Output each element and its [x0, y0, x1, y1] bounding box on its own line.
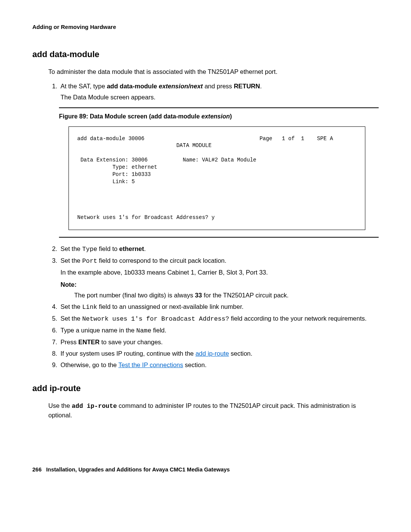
body-command: add ip-route [72, 403, 117, 410]
step-key: ENTER [78, 339, 100, 345]
figure-caption-post: ) [230, 113, 232, 120]
step-1-command: add data-module [107, 83, 159, 89]
step-text: to save your changes. [100, 339, 163, 345]
step-text: field to correspond to the circuit pack … [97, 257, 226, 264]
step-text: Set the [61, 257, 82, 264]
step-text: Type a unique name in the [61, 327, 136, 334]
link-add-ip-route[interactable]: add ip-route [196, 350, 229, 357]
step-1-mid: and press [203, 83, 234, 89]
step-1: At the SAT, type add data-module extensi… [59, 82, 379, 102]
figure-caption-pre: Figure 89: Data Module screen (add data-… [59, 113, 201, 120]
note-label: Note: [61, 280, 379, 289]
step-6: Type a unique name in the Name field. [59, 326, 379, 335]
figure-rule-bottom [59, 237, 379, 238]
body-text: Use the [48, 402, 72, 409]
step-value: ethernet [119, 245, 144, 252]
step-text: If your system uses IP routing, continue… [61, 350, 196, 357]
step-3: Set the Port field to correspond to the … [59, 256, 379, 300]
footer-title: Installation, Upgrades and Additions for… [46, 466, 230, 473]
step-text: section. [183, 361, 206, 368]
note-bold: 33 [195, 292, 202, 299]
step-1-text: At the SAT, type [61, 83, 107, 89]
step-text: . [144, 245, 146, 252]
terminal-line: add data-module 30006 Page 1 of 1 SPE A [77, 136, 333, 142]
page-footer: 266 Installation, Upgrades and Additions… [32, 466, 379, 474]
section-heading-add-ip-route: add ip-route [32, 382, 379, 395]
step-text: Set the [61, 315, 82, 322]
step-9: Otherwise, go to the Test the IP connect… [59, 361, 379, 370]
figure-caption: Figure 89: Data Module screen (add data-… [59, 112, 379, 121]
step-3-sub: In the example above, 1b0333 means Cabin… [61, 268, 379, 277]
figure-rule-top [59, 107, 379, 108]
figure-caption-arg: extension [201, 113, 230, 120]
step-text: Set the [61, 303, 82, 310]
running-header: Adding or Removing Hardware [32, 23, 379, 31]
link-test-ip-connections[interactable]: Test the IP connections [118, 361, 183, 368]
step-field: Port [82, 257, 97, 265]
step-1-sub: The Data Module screen appears. [61, 93, 379, 102]
section2-body: Use the add ip-route command to administ… [48, 401, 379, 420]
step-text: Otherwise, go to the [61, 361, 118, 368]
terminal-line: Network uses 1's for Broadcast Addresses… [77, 214, 215, 220]
step-field: Link [82, 304, 97, 311]
page-number: 266 [32, 466, 41, 473]
terminal-line: Link: 5 [77, 179, 135, 185]
note-body: The port number (final two digits) is al… [74, 291, 379, 300]
step-text: field to an unassigned or next-available… [97, 303, 243, 310]
step-field: Network uses 1's for Broadcast Address? [82, 315, 229, 323]
step-1-key: RETURN [234, 83, 260, 89]
note-text: for the TN2501AP circuit pack. [202, 292, 289, 299]
step-4: Set the Link field to an unassigned or n… [59, 302, 379, 312]
step-text: field according to the your network requ… [229, 315, 366, 322]
step-field: Type [82, 246, 97, 253]
step-2: Set the Type field to ethernet. [59, 244, 379, 254]
step-text: field. [151, 327, 166, 334]
step-7: Press ENTER to save your changes. [59, 338, 379, 347]
terminal-line: DATA MODULE [77, 142, 212, 149]
step-1-arg: extension/next [159, 83, 203, 89]
step-text: Press [61, 339, 78, 345]
terminal-screen: add data-module 30006 Page 1 of 1 SPE A … [68, 126, 365, 230]
terminal-line: Type: ethernet [77, 164, 157, 170]
step-1-post: . [260, 83, 262, 89]
note-text: The port number (final two digits) is al… [74, 292, 195, 299]
terminal-line: Data Extension: 30006 Name: VAL#2 Data M… [77, 157, 256, 163]
terminal-line: Port: 1b0333 [77, 171, 151, 177]
intro-paragraph: To administer the data module that is as… [48, 67, 379, 77]
section-heading-add-data-module: add data-module [32, 48, 379, 61]
step-text: field to [97, 245, 119, 252]
step-text: Set the [61, 245, 82, 252]
step-text: section. [229, 350, 252, 357]
step-5: Set the Network uses 1's for Broadcast A… [59, 314, 379, 324]
step-8: If your system uses IP routing, continue… [59, 349, 379, 358]
step-field: Name [136, 327, 151, 334]
